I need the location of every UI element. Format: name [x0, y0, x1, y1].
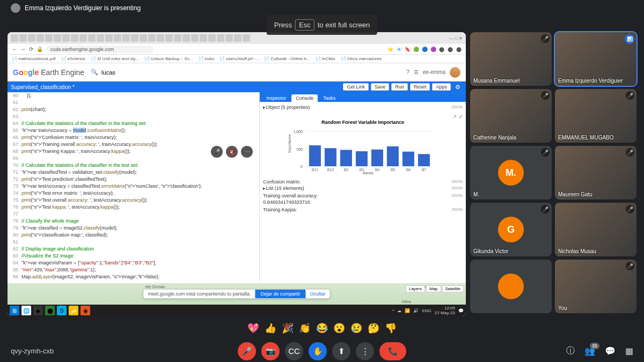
getlink-button[interactable]: Get Link — [343, 83, 369, 91]
reaction-emoji[interactable]: 🎉 — [282, 322, 294, 334]
activities-icon[interactable]: ▦ — [625, 346, 633, 356]
feedback-icon[interactable]: ☰ — [414, 69, 419, 75]
muted-icon: 🎤 — [541, 34, 550, 43]
help-icon[interactable]: ? — [406, 69, 409, 75]
svg-text:B11: B11 — [312, 168, 319, 172]
svg-text:B4: B4 — [375, 168, 380, 172]
captions-button[interactable]: CC — [285, 342, 303, 360]
participant-tile[interactable] — [470, 260, 552, 313]
participant-tile[interactable]: Musana Emmanuel🎤 — [470, 32, 552, 86]
svg-rect-17 — [387, 146, 399, 166]
layers-button[interactable]: Layers — [406, 285, 425, 292]
windows-taskbar: ⊞ 🌐 ◆ ⬤ S 📁 ◉ ^ ☁ 📶 🔊 ENG 12:05 27-May-2… — [8, 305, 466, 316]
participant-tile[interactable]: M.M.🎤 — [470, 146, 552, 200]
bookmark-item[interactable]: 📄 usersJstuff.pt/~... — [219, 56, 259, 61]
tab-console[interactable]: Console — [291, 94, 318, 102]
svg-text:B5: B5 — [391, 168, 396, 172]
chat-icon[interactable]: 💬 — [605, 346, 616, 356]
esc-hint: Press Esc to exit full screen — [267, 15, 377, 35]
skype-icon[interactable]: S — [57, 306, 67, 315]
more-options-button[interactable]: ⋮ — [356, 342, 374, 360]
tab-tasks[interactable]: Tasks — [319, 94, 340, 102]
gee-header: Google Earth Engine 🔍 ? ☰ ee-emma — [8, 63, 466, 82]
svg-rect-7 — [309, 145, 321, 166]
bookmark-item[interactable]: 📄 SI Unit rules and sty... — [91, 56, 139, 61]
reaction-emoji[interactable]: 💖 — [247, 322, 259, 334]
reaction-emoji[interactable]: 😢 — [350, 322, 362, 334]
gee-search[interactable]: 🔍 — [91, 69, 144, 76]
gear-icon[interactable]: ⚙ — [453, 84, 463, 91]
reaction-emoji[interactable]: 🤔 — [368, 322, 379, 334]
camera-button[interactable]: 📷 — [261, 342, 280, 360]
svg-rect-11 — [340, 150, 352, 166]
gee-map[interactable]: der Donau Rimavská Nitra meet.google.com… — [8, 283, 466, 305]
raise-hand-button[interactable]: ✋ — [309, 342, 327, 360]
muted-icon: 🎤 — [626, 91, 634, 100]
reaction-emoji[interactable]: 😮 — [333, 322, 345, 334]
ubuntu-icon[interactable]: ◉ — [80, 306, 90, 315]
hide-notice-button[interactable]: Ocultar — [306, 290, 330, 298]
apps-button[interactable]: Apps — [432, 83, 451, 91]
end-call-button[interactable]: 📞 — [379, 342, 406, 360]
present-button[interactable]: ⬆ — [332, 342, 350, 360]
bookmark-item[interactable]: 📄 eScience — [61, 56, 85, 61]
svg-text:0: 0 — [301, 165, 303, 168]
reaction-emoji[interactable]: 👎 — [385, 322, 397, 334]
lock-icon: 🔒 — [36, 46, 43, 52]
save-button[interactable]: Save — [371, 83, 390, 91]
bookmark-item[interactable]: 📄 Unison Backup :: Sc... — [144, 56, 193, 61]
map-type-button[interactable]: Map — [426, 285, 441, 292]
tray-up-icon[interactable]: ^ — [392, 308, 394, 313]
back-icon[interactable]: ← — [12, 46, 17, 52]
cloud-icon[interactable]: ☁ — [397, 308, 401, 313]
info-icon[interactable]: ⓘ — [566, 345, 575, 357]
participant-tile[interactable]: GGikunda Victor🎤 — [470, 203, 552, 256]
bookmark-item[interactable]: 📄 matrixcookbook.pdf — [12, 56, 56, 61]
chrome-icon[interactable]: 🌐 — [21, 306, 31, 315]
bookmark-item[interactable]: 📄 boku — [199, 56, 215, 61]
run-button[interactable]: Run — [391, 83, 408, 91]
notifications-icon[interactable]: 💬 — [458, 308, 464, 313]
browser-tab-strip: — □ ✕ — [8, 32, 466, 44]
app-icon[interactable]: ◆ — [33, 306, 43, 315]
reaction-emoji[interactable]: 👏 — [299, 322, 311, 334]
mic-button[interactable]: 🎤 — [238, 342, 256, 360]
participant-tile[interactable]: EMMANUEL MUGABO🎤 — [555, 89, 636, 143]
lang-indicator[interactable]: ENG — [422, 308, 431, 313]
wifi-icon[interactable]: 📶 — [405, 308, 410, 313]
presenter-bar: Emma Izquierdo Verdiguier is presenting — [11, 3, 141, 13]
satellite-button[interactable]: Satellite — [442, 285, 464, 292]
participant-tile[interactable]: Catherine Nanjala🎤 — [470, 89, 552, 143]
reaction-emoji[interactable]: 👍 — [265, 322, 276, 334]
bookmark-item[interactable]: 📄 InCites — [316, 56, 335, 61]
speaking-indicator-icon: 📊 — [625, 34, 634, 44]
forward-icon[interactable]: → — [20, 46, 26, 52]
gee-username[interactable]: ee-emma — [423, 69, 445, 75]
bookmark-item[interactable]: 📄 Culturall - Online b... — [264, 56, 310, 61]
presenter-avatar-icon — [11, 3, 20, 13]
windows-start-icon[interactable]: ⊞ — [10, 306, 19, 315]
tab-inspector[interactable]: Inspector — [262, 94, 290, 102]
search-input[interactable] — [101, 69, 144, 76]
svg-rect-15 — [371, 150, 383, 166]
gee-avatar-icon[interactable] — [450, 67, 460, 78]
url-input[interactable]: code.earthengine.google.com — [46, 46, 153, 53]
app-icon[interactable]: ⬤ — [45, 306, 55, 315]
participant-tile[interactable]: Emma Izquierdo Verdiguier📊 — [555, 32, 636, 86]
explorer-icon[interactable]: 📁 — [69, 306, 78, 315]
stop-sharing-button[interactable]: Dejar de compartir — [255, 290, 306, 298]
script-tab-name[interactable]: Supervised_classification * — [11, 84, 75, 90]
reload-icon[interactable]: ⟳ — [29, 46, 33, 52]
gee-toolbar: Supervised_classification * Get Link Sav… — [8, 82, 466, 92]
participant-tile[interactable]: Maureen Gatu🎤 — [555, 146, 636, 200]
reset-button[interactable]: Reset — [410, 83, 430, 91]
volume-icon[interactable]: 🔊 — [413, 308, 419, 313]
code-editor[interactable]: 🎤 🔇 ⋯ 60 });6162print(chart);6364// Calc… — [8, 92, 259, 283]
participant-tile[interactable]: You🎤 — [555, 260, 636, 313]
console-panel: Inspector Console Tasks ▸Object (5 prope… — [259, 92, 466, 283]
taskbar-clock[interactable]: 12:05 27-May-23 — [435, 306, 455, 315]
reaction-emoji[interactable]: 😂 — [316, 322, 328, 334]
bookmark-item[interactable]: 📄 Otros marcadores — [341, 56, 382, 61]
participant-tile[interactable]: Nicholas Musau🎤 — [555, 203, 636, 256]
people-icon[interactable]: 👥 — [584, 346, 595, 356]
